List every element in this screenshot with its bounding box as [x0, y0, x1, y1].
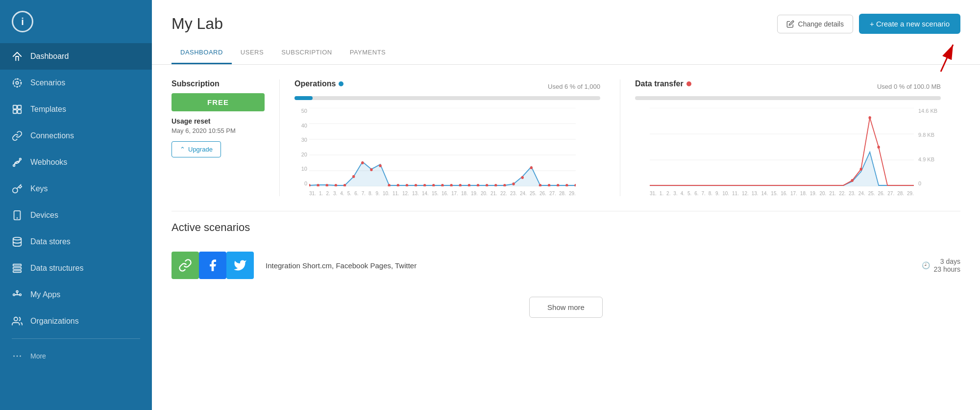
svg-point-8 — [20, 158, 22, 160]
sidebar-item-connections[interactable]: Connections — [0, 123, 152, 149]
sidebar-logo: i — [0, 0, 152, 43]
svg-point-17 — [20, 294, 22, 296]
sidebar-item-webhooks[interactable]: Webhooks — [0, 149, 152, 176]
facebook-icon — [206, 258, 220, 272]
change-details-button[interactable]: Change details — [777, 15, 853, 33]
create-scenario-button[interactable]: + Create a new scenario — [859, 14, 960, 34]
data-transfer-label: Data transfer — [635, 79, 691, 88]
svg-point-31 — [317, 184, 319, 186]
sidebar-item-devices[interactable]: Devices — [0, 202, 152, 229]
subscription-label: Subscription — [172, 79, 265, 88]
sidebar-item-keys[interactable]: Keys — [0, 176, 152, 202]
sidebar-item-dashboard[interactable]: Dashboard — [0, 43, 152, 70]
data-transfer-chart: 14.6 KB9.8 KB4.9 KB0 — [635, 108, 941, 196]
sidebar-item-templates[interactable]: Templates — [0, 96, 152, 123]
svg-point-38 — [379, 164, 381, 167]
svg-point-43 — [423, 184, 426, 186]
svg-rect-2 — [13, 105, 17, 109]
operations-used: Used 6 % of 1,000 — [548, 83, 600, 90]
link-icon — [178, 258, 192, 272]
connections-icon — [12, 130, 23, 141]
sidebar-item-organizations[interactable]: Organizations — [0, 308, 152, 334]
active-scenarios-title: Active scenarios — [172, 221, 960, 234]
upgrade-button[interactable]: ⌃ Upgrade — [172, 141, 221, 157]
sidebar-item-data-stores[interactable]: Data stores — [0, 229, 152, 255]
svg-point-55 — [530, 166, 533, 169]
dt-dot — [686, 81, 691, 86]
usage-reset-label: Usage reset — [172, 117, 265, 125]
svg-point-7 — [13, 165, 15, 167]
data-transfer-used: Used 0 % of 100.0 MB — [877, 83, 941, 90]
sidebar-item-label-dashboard: Dashboard — [30, 52, 69, 61]
subscription-section: Subscription FREE Usage reset May 6, 202… — [172, 79, 279, 196]
templates-icon — [12, 104, 23, 115]
twitter-icon — [233, 258, 247, 272]
sidebar-item-data-structures[interactable]: Data structures — [0, 255, 152, 282]
svg-point-51 — [494, 184, 497, 186]
svg-point-52 — [503, 184, 506, 186]
show-more-section: Show more — [172, 287, 960, 323]
chart-svg-area-ops — [309, 108, 576, 186]
scenario-name: Integration Short.cm, Facebook Pages, Tw… — [266, 261, 910, 270]
svg-rect-4 — [13, 110, 17, 113]
sidebar-item-label-templates: Templates — [30, 105, 66, 114]
sidebar-item-scenarios[interactable]: Scenarios — [0, 70, 152, 96]
operations-section: Operations Used 6 % of 1,000 50403020100 — [279, 79, 620, 196]
scenario-icons — [172, 252, 254, 279]
operations-label: Operations — [294, 79, 343, 88]
data-stores-icon — [12, 236, 23, 247]
svg-point-66 — [877, 146, 880, 149]
sidebar-item-label-scenarios: Scenarios — [30, 78, 65, 87]
svg-point-47 — [459, 184, 462, 186]
page-title: My Lab — [172, 15, 223, 33]
section-divider — [172, 211, 960, 211]
svg-rect-3 — [18, 105, 21, 109]
organizations-icon — [12, 316, 23, 327]
data-structures-icon — [12, 263, 23, 274]
main-content: My Lab Change details + Create a new sce… — [152, 0, 980, 410]
sidebar-item-label-connections: Connections — [30, 131, 74, 140]
tabs-nav: DASHBOARD USERS SUBSCRIPTION PAYMENTS — [152, 42, 980, 65]
operations-progress-bar — [294, 96, 600, 100]
scenario-time: 🕘 3 days 23 hours — [922, 257, 960, 273]
svg-point-0 — [16, 81, 19, 84]
sidebar-item-my-apps[interactable]: My Apps — [0, 282, 152, 308]
ops-dot — [339, 81, 343, 86]
clock-icon: 🕘 — [922, 261, 930, 269]
scenario-icon-twitter — [226, 252, 254, 279]
svg-point-11 — [13, 237, 22, 240]
svg-point-49 — [477, 184, 479, 186]
svg-point-1 — [13, 79, 22, 87]
chart-y-labels-ops: 50403020100 — [294, 108, 309, 186]
tab-payments[interactable]: PAYMENTS — [341, 42, 395, 64]
tab-dashboard[interactable]: DASHBOARD — [172, 42, 232, 64]
svg-point-18 — [14, 317, 18, 321]
svg-point-40 — [397, 184, 399, 186]
sidebar-item-more[interactable]: More — [0, 343, 152, 369]
header-actions: Change details + Create a new scenario — [777, 14, 960, 34]
sidebar-item-label-data-stores: Data stores — [30, 237, 71, 246]
show-more-button[interactable]: Show more — [529, 297, 603, 318]
tab-users[interactable]: USERS — [232, 42, 272, 64]
operations-progress-fill — [294, 96, 313, 100]
main-content-area: Subscription FREE Usage reset May 6, 202… — [152, 65, 980, 410]
home-icon — [12, 51, 23, 62]
tab-subscription[interactable]: SUBSCRIPTION — [272, 42, 341, 64]
svg-point-30 — [309, 184, 311, 186]
sidebar-item-label-more: More — [30, 352, 46, 360]
svg-point-48 — [468, 184, 470, 186]
scenario-row: Integration Short.cm, Facebook Pages, Tw… — [172, 244, 960, 287]
svg-point-36 — [361, 161, 364, 164]
app-logo: i — [12, 11, 33, 32]
svg-point-58 — [557, 184, 559, 186]
active-scenarios-section: Active scenarios Integration Short.cm, F… — [172, 221, 960, 287]
svg-rect-14 — [13, 271, 22, 273]
svg-point-15 — [16, 291, 18, 293]
svg-point-16 — [13, 294, 15, 296]
subscription-badge: FREE — [172, 93, 265, 111]
chart-y-labels-dt — [635, 108, 650, 186]
sidebar-nav: Dashboard Scenarios Templates Connection… — [0, 43, 152, 410]
svg-point-42 — [415, 184, 417, 186]
scenario-icon-green — [172, 252, 199, 279]
svg-point-53 — [512, 182, 514, 185]
